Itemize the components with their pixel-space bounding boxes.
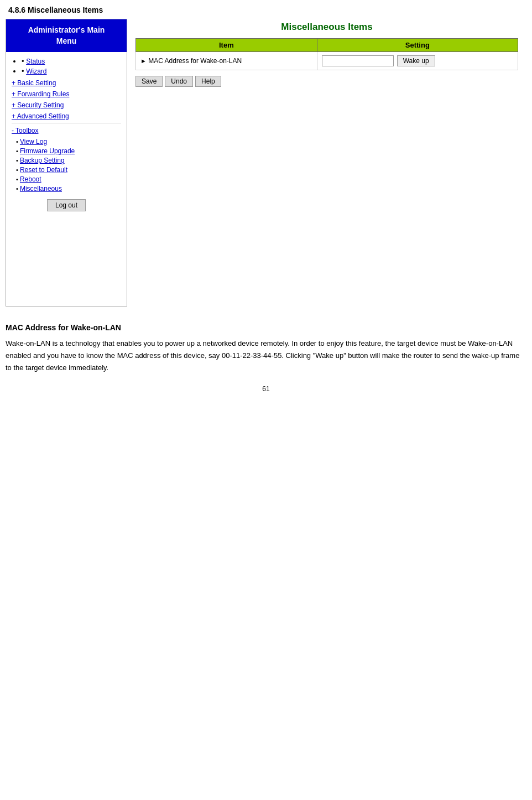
sidebar-link-firmware-upgrade[interactable]: Firmware Upgrade bbox=[20, 147, 75, 155]
mac-setting-cell: Wake up bbox=[317, 52, 518, 70]
sidebar-link-reset-to-default[interactable]: Reset to Default bbox=[20, 166, 67, 174]
description-paragraph: Wake-on-LAN is a technology that enables… bbox=[6, 337, 526, 374]
sidebar-link-basic-setting[interactable]: + Basic Setting bbox=[12, 79, 56, 87]
undo-button[interactable]: Undo bbox=[165, 76, 193, 87]
mac-label-text: MAC Address for Wake-on-LAN bbox=[148, 57, 242, 65]
page-number: 61 bbox=[0, 385, 532, 393]
sidebar-header-line1: Administrator's Main bbox=[28, 25, 105, 34]
sidebar-link-status[interactable]: Status bbox=[26, 58, 45, 65]
table-row: ► MAC Address for Wake-on-LAN Wake up bbox=[136, 52, 518, 70]
sidebar-link-reboot[interactable]: Reboot bbox=[20, 175, 41, 183]
description-section: MAC Address for Wake-on-LAN Wake-on-LAN … bbox=[0, 323, 532, 374]
sidebar-link-miscellaneous[interactable]: Miscellaneous bbox=[20, 185, 62, 193]
action-buttons: Save Undo Help bbox=[135, 76, 518, 87]
mac-address-label: ► MAC Address for Wake-on-LAN bbox=[136, 52, 317, 70]
sidebar-link-advanced-setting[interactable]: + Advanced Setting bbox=[12, 112, 69, 120]
col-header-item: Item bbox=[136, 39, 317, 52]
content-area: Miscellaneous Items Item Setting ► MAC A… bbox=[127, 19, 526, 92]
sidebar-header-line2: Menu bbox=[56, 37, 77, 45]
content-title: Miscellaneous Items bbox=[135, 22, 518, 33]
sidebar-link-security-setting[interactable]: + Security Setting bbox=[12, 101, 64, 109]
sidebar-link-forwarding-rules[interactable]: + Forwarding Rules bbox=[12, 90, 69, 98]
arrow-icon: ► bbox=[140, 58, 147, 64]
logout-button[interactable]: Log out bbox=[47, 199, 86, 211]
page-title: 4.8.6 Miscellaneous Items bbox=[0, 0, 532, 19]
save-button[interactable]: Save bbox=[135, 76, 163, 87]
sidebar-link-toolbox[interactable]: - Toolbox bbox=[12, 127, 38, 134]
col-header-setting: Setting bbox=[317, 39, 518, 52]
misc-table: Item Setting ► MAC Address for Wake-on-L… bbox=[135, 38, 518, 70]
sidebar-link-wizard[interactable]: Wizard bbox=[26, 67, 46, 75]
sidebar-link-view-log[interactable]: View Log bbox=[20, 138, 47, 146]
mac-address-input[interactable] bbox=[322, 55, 394, 66]
help-button[interactable]: Help bbox=[195, 76, 221, 87]
wake-up-button[interactable]: Wake up bbox=[397, 55, 435, 66]
sidebar: Administrator's Main Menu Status Wizard … bbox=[6, 19, 127, 307]
sidebar-link-backup-setting[interactable]: Backup Setting bbox=[20, 157, 65, 164]
description-heading: MAC Address for Wake-on-LAN bbox=[6, 323, 526, 332]
sidebar-header: Administrator's Main Menu bbox=[6, 19, 127, 52]
